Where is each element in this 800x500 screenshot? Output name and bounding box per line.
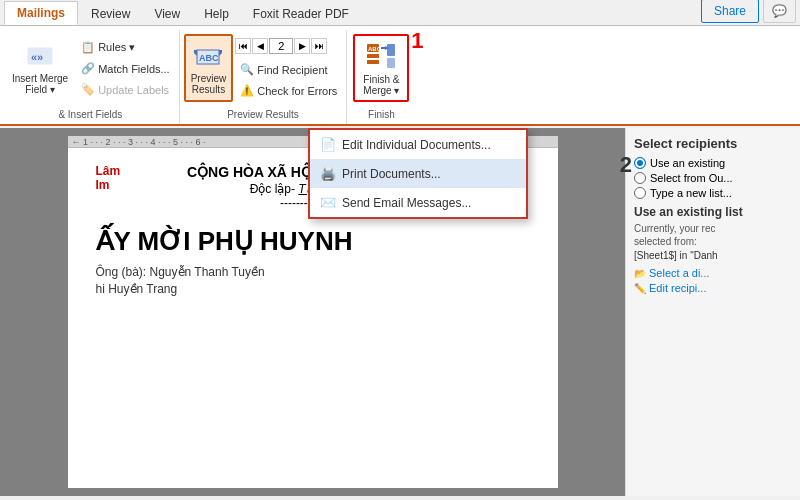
- check-errors-icon: ⚠️: [240, 84, 254, 97]
- ribbon-group-insert-fields: «» Insert MergeField ▾ 📋 Rules ▾ 🔗 Match…: [2, 30, 180, 124]
- radio-type-new-circle: [634, 187, 646, 199]
- ribbon-group-preview: ABC PreviewResults ⏮ ◀ ▶ ⏭ 🔍: [180, 30, 348, 124]
- svg-rect-8: [367, 60, 379, 64]
- badge-number-2: 2: [620, 152, 632, 178]
- record-number-input[interactable]: [269, 38, 293, 54]
- edit-doc-icon: 📄: [320, 137, 336, 152]
- update-labels-button[interactable]: 🏷️ Update Labels: [76, 80, 175, 99]
- svg-marker-5: [219, 50, 222, 56]
- svg-marker-4: [194, 50, 197, 56]
- finish-group-label: Finish: [353, 109, 409, 122]
- check-errors-button[interactable]: ⚠️ Check for Errors: [235, 81, 342, 100]
- tab-mailings[interactable]: Mailings: [4, 1, 78, 25]
- sidebar-title: Select recipients: [634, 136, 792, 151]
- prev-record-button[interactable]: ◀: [252, 38, 268, 54]
- comment-button[interactable]: 💬: [763, 0, 796, 23]
- finish-merge-button[interactable]: ABC Finish &Merge ▾: [353, 34, 409, 102]
- radio-use-existing[interactable]: Use an existing: [634, 157, 792, 169]
- svg-rect-7: [367, 54, 379, 58]
- match-fields-button[interactable]: 🔗 Match Fields...: [76, 59, 175, 78]
- doc-name-red-2: Im: [96, 178, 121, 192]
- dropdown-item-print[interactable]: 🖨️ Print Documents...: [310, 159, 526, 188]
- dropdown-item-edit[interactable]: 📄 Edit Individual Documents...: [310, 130, 526, 159]
- dropdown-item-email[interactable]: ✉️ Send Email Messages...: [310, 188, 526, 217]
- tab-help[interactable]: Help: [192, 3, 241, 25]
- find-recipient-button[interactable]: 🔍 Find Recipient: [235, 60, 342, 79]
- share-button[interactable]: Share: [701, 0, 759, 23]
- badge-number-1: 1: [411, 28, 423, 54]
- radio-select-from-circle: [634, 172, 646, 184]
- last-record-button[interactable]: ⏭: [311, 38, 327, 54]
- update-labels-icon: 🏷️: [81, 83, 95, 96]
- preview-results-button[interactable]: ABC PreviewResults: [184, 34, 234, 102]
- radio-select-from[interactable]: Select from Ou...: [634, 172, 792, 184]
- doc-name-red-1: Lâm: [96, 164, 121, 178]
- doc-recipient: Ông (bà): Nguyễn Thanh Tuyền: [96, 265, 530, 279]
- ribbon-content: «» Insert MergeField ▾ 📋 Rules ▾ 🔗 Match…: [0, 26, 800, 126]
- svg-text:«»: «»: [31, 51, 43, 63]
- find-recipient-icon: 🔍: [240, 63, 254, 76]
- nav-controls: ⏮ ◀ ▶ ⏭: [235, 38, 342, 54]
- ribbon-group-finish: ABC Finish &Merge ▾ Finish 1: [347, 30, 415, 124]
- match-fields-icon: 🔗: [81, 62, 95, 75]
- doc-heading: ẤY MỜI PHỤ HUYNH: [96, 226, 530, 257]
- select-different-link[interactable]: 📂 Select a di...: [634, 267, 792, 279]
- abc-preview-icon: ABC: [193, 41, 223, 71]
- first-record-button[interactable]: ⏮: [235, 38, 251, 54]
- rules-icon: 📋: [81, 41, 95, 54]
- insert-merge-field-button[interactable]: «» Insert MergeField ▾: [6, 34, 74, 102]
- insert-fields-group-label: & Insert Fields: [6, 109, 175, 122]
- print-icon: 🖨️: [320, 166, 336, 181]
- preview-results-group-label: Preview Results: [184, 109, 343, 122]
- svg-rect-12: [387, 44, 395, 56]
- radio-type-new[interactable]: Type a new list...: [634, 187, 792, 199]
- sidebar: Select recipients Use an existing Select…: [625, 128, 800, 496]
- select-link-icon: 📂: [634, 268, 646, 279]
- doc-child: hi Huyền Trang: [96, 282, 530, 296]
- svg-text:ABC: ABC: [368, 46, 382, 52]
- sidebar-info-2: selected from:: [634, 235, 792, 248]
- sidebar-source: [Sheet1$] in "Danh: [634, 250, 792, 261]
- svg-text:ABC: ABC: [199, 53, 219, 63]
- tab-foxit[interactable]: Foxit Reader PDF: [241, 3, 361, 25]
- ribbon-tabs: Mailings Review View Help Foxit Reader P…: [0, 0, 800, 26]
- tab-view[interactable]: View: [142, 3, 192, 25]
- sidebar-info-1: Currently, your rec: [634, 222, 792, 235]
- radio-use-existing-circle: [634, 157, 646, 169]
- sidebar-section-title: Use an existing list: [634, 205, 792, 219]
- edit-recipients-link[interactable]: ✏️ Edit recipi...: [634, 282, 792, 294]
- tab-review[interactable]: Review: [79, 3, 142, 25]
- finish-merge-dropdown: 📄 Edit Individual Documents... 🖨️ Print …: [308, 128, 528, 219]
- field-icon: «»: [25, 41, 55, 71]
- svg-rect-13: [387, 58, 395, 68]
- email-icon: ✉️: [320, 195, 336, 210]
- finish-merge-icon: ABC: [365, 40, 397, 72]
- next-record-button[interactable]: ▶: [294, 38, 310, 54]
- edit-link-icon: ✏️: [634, 283, 646, 294]
- rules-button[interactable]: 📋 Rules ▾: [76, 38, 175, 57]
